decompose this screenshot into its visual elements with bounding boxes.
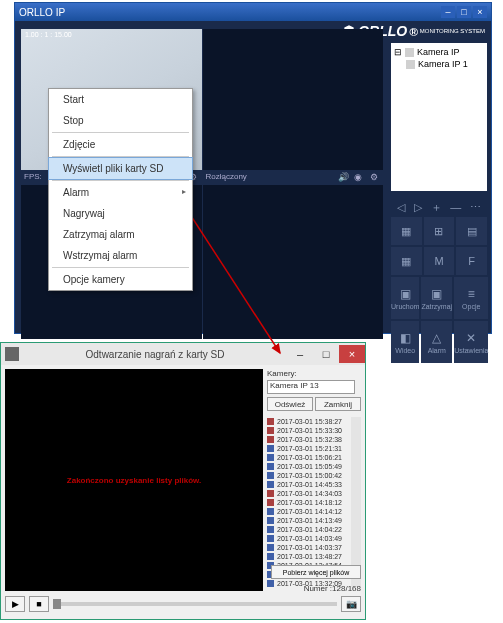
list-item[interactable]: 2017-03-01 14:03:49 bbox=[267, 534, 351, 543]
file-icon bbox=[267, 436, 274, 443]
ctx-stop-alarm[interactable]: Zatrzymaj alarm bbox=[49, 224, 192, 245]
minimize-button[interactable]: – bbox=[441, 6, 455, 18]
list-item[interactable]: 2017-03-01 14:14:12 bbox=[267, 507, 351, 516]
win2-minimize[interactable]: – bbox=[287, 345, 313, 363]
file-icon bbox=[267, 427, 274, 434]
sd-playback-window: Odtwarzanie nagrań z karty SD – □ × Zako… bbox=[0, 342, 366, 620]
titlebar[interactable]: ORLLO IP – □ × bbox=[15, 3, 491, 21]
video-button[interactable]: ◧Wideo bbox=[391, 321, 419, 363]
camera-icon bbox=[405, 48, 414, 57]
file-icon bbox=[267, 418, 274, 425]
list-item[interactable]: 2017-03-01 13:48:27 bbox=[267, 552, 351, 561]
list-item[interactable]: 2017-03-01 15:06:21 bbox=[267, 453, 351, 462]
grid-layout-0[interactable]: ▦ bbox=[391, 217, 422, 245]
list-item[interactable]: 2017-03-01 14:13:49 bbox=[267, 516, 351, 525]
ctx-stop[interactable]: Stop bbox=[49, 110, 192, 131]
window-icon bbox=[5, 347, 19, 361]
snapshot-button[interactable]: 📷 bbox=[341, 596, 361, 612]
audio-icon[interactable]: 🔊 bbox=[338, 172, 348, 182]
grid-layout-5[interactable]: F bbox=[456, 247, 487, 275]
video-cell-2[interactable]: Rozłączony 🔊 ◉ ⚙ bbox=[203, 29, 384, 184]
file-icon bbox=[267, 580, 274, 587]
list-item[interactable]: 2017-03-01 14:45:33 bbox=[267, 480, 351, 489]
file-icon bbox=[267, 499, 274, 506]
download-more-button[interactable]: Pobierz więcej plików bbox=[271, 565, 361, 579]
ctx-record[interactable]: Nagrywaj bbox=[49, 203, 192, 224]
list-item[interactable]: 2017-03-01 15:05:49 bbox=[267, 462, 351, 471]
video-icon: ◧ bbox=[400, 331, 411, 345]
playback-preview[interactable]: Zakończono uzyskanie listy plików. bbox=[5, 369, 263, 591]
file-icon bbox=[267, 553, 274, 560]
zoom-in-icon[interactable]: ＋ bbox=[431, 200, 442, 215]
cell-statusbar: Rozłączony 🔊 ◉ ⚙ bbox=[203, 170, 384, 184]
nav-next-icon[interactable]: ▷ bbox=[414, 201, 422, 214]
file-timestamp: 2017-03-01 15:32:38 bbox=[277, 436, 342, 443]
list-item[interactable]: 2017-03-01 14:18:12 bbox=[267, 498, 351, 507]
file-timestamp: 2017-03-01 15:06:21 bbox=[277, 454, 342, 461]
win2-close[interactable]: × bbox=[339, 345, 365, 363]
win2-maximize[interactable]: □ bbox=[313, 345, 339, 363]
tree-root[interactable]: ⊟Kamera IP bbox=[394, 46, 484, 58]
options-button[interactable]: ≡Opcje bbox=[454, 277, 488, 319]
close-button[interactable]: × bbox=[473, 6, 487, 18]
settings-button[interactable]: ✕Ustawienia bbox=[454, 321, 488, 363]
camera-select[interactable]: Kamera IP 13 bbox=[267, 380, 355, 394]
list-item[interactable]: 2017-03-01 14:04:22 bbox=[267, 525, 351, 534]
ctx-alarm[interactable]: Alarm bbox=[49, 182, 192, 203]
grid-layout-2[interactable]: ▤ bbox=[456, 217, 487, 245]
main-window: ORLLO IP – □ × ORLLO® MONITORING SYSTEM … bbox=[14, 2, 492, 334]
maximize-button[interactable]: □ bbox=[457, 6, 471, 18]
file-timestamp: 2017-03-01 14:34:03 bbox=[277, 490, 342, 497]
file-icon bbox=[267, 535, 274, 542]
list-item[interactable]: 2017-03-01 14:34:03 bbox=[267, 489, 351, 498]
more-icon[interactable]: ⋯ bbox=[470, 201, 481, 214]
title-text: ORLLO IP bbox=[19, 7, 65, 18]
file-list[interactable]: 2017-03-01 15:38:272017-03-01 15:33:3020… bbox=[267, 417, 361, 587]
stop-playback-button[interactable]: ■ bbox=[29, 596, 49, 612]
list-item[interactable]: 2017-03-01 14:03:37 bbox=[267, 543, 351, 552]
list-item[interactable]: 2017-03-01 15:21:31 bbox=[267, 444, 351, 453]
scrollbar-thumb[interactable] bbox=[353, 427, 359, 457]
ctx-sd-files[interactable]: Wyświetl pliki karty SD bbox=[48, 157, 193, 180]
alarm-button[interactable]: △Alarm bbox=[421, 321, 452, 363]
nav-prev-icon[interactable]: ◁ bbox=[397, 201, 405, 214]
file-timestamp: 2017-03-01 14:03:49 bbox=[277, 535, 342, 542]
ctx-snapshot[interactable]: Zdjęcie bbox=[49, 134, 192, 155]
file-icon bbox=[267, 454, 274, 461]
file-icon bbox=[267, 463, 274, 470]
grid-layout-4[interactable]: M bbox=[424, 247, 455, 275]
file-timestamp: 2017-03-01 15:05:49 bbox=[277, 463, 342, 470]
list-item[interactable]: 2017-03-01 15:38:27 bbox=[267, 417, 351, 426]
stop-button[interactable]: ▣Zatrzymaj bbox=[421, 277, 452, 319]
zoom-out-icon[interactable]: — bbox=[450, 201, 461, 213]
slider-thumb[interactable] bbox=[53, 599, 61, 609]
ctx-camera-options[interactable]: Opcje kamery bbox=[49, 269, 192, 290]
run-button[interactable]: ▣Uruchom bbox=[391, 277, 419, 319]
grid-layout-1[interactable]: ⊞ bbox=[424, 217, 455, 245]
ctx-pause-alarm[interactable]: Wstrzymaj alarm bbox=[49, 245, 192, 266]
video-cell-4[interactable] bbox=[203, 185, 384, 340]
file-counter: Numer :128/168 bbox=[304, 584, 361, 593]
grid-layout-3[interactable]: ▦ bbox=[391, 247, 422, 275]
ctx-start[interactable]: Start bbox=[49, 89, 192, 110]
file-timestamp: 2017-03-01 15:33:30 bbox=[277, 427, 342, 434]
gear-icon[interactable]: ⚙ bbox=[370, 172, 380, 182]
list-item[interactable]: 2017-03-01 15:33:30 bbox=[267, 426, 351, 435]
tree-child[interactable]: Kamera IP 1 bbox=[406, 58, 484, 70]
camera-icon bbox=[406, 60, 415, 69]
camera-tree[interactable]: ⊟Kamera IP Kamera IP 1 bbox=[391, 43, 487, 191]
record-icon[interactable]: ◉ bbox=[354, 172, 364, 182]
file-icon bbox=[267, 544, 274, 551]
win2-titlebar[interactable]: Odtwarzanie nagrań z karty SD – □ × bbox=[1, 343, 365, 365]
file-icon bbox=[267, 508, 274, 515]
playback-slider[interactable] bbox=[53, 602, 337, 606]
refresh-button[interactable]: Odśwież bbox=[267, 397, 313, 411]
close-panel-button[interactable]: Zamknij bbox=[315, 397, 361, 411]
list-item[interactable]: 2017-03-01 15:00:42 bbox=[267, 471, 351, 480]
list-item[interactable]: 2017-03-01 15:32:38 bbox=[267, 435, 351, 444]
alarm-icon: △ bbox=[432, 331, 441, 345]
play-button[interactable]: ▶ bbox=[5, 596, 25, 612]
file-icon bbox=[267, 472, 274, 479]
file-timestamp: 2017-03-01 15:21:31 bbox=[277, 445, 342, 452]
preview-message: Zakończono uzyskanie listy plików. bbox=[67, 476, 201, 485]
